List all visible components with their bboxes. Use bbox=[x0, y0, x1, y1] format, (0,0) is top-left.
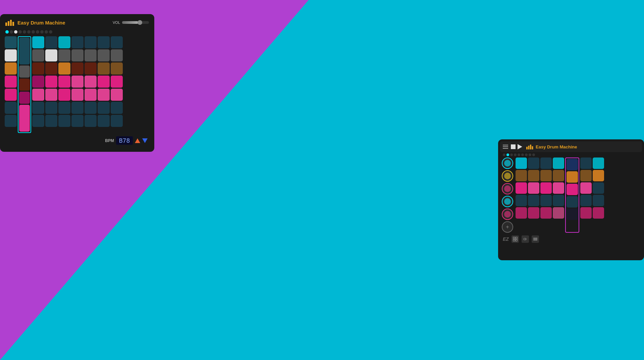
dm2-add-button[interactable]: + bbox=[502, 221, 513, 233]
pad-3-4[interactable] bbox=[45, 89, 57, 101]
dm2-pad-3-2[interactable] bbox=[553, 182, 564, 194]
dm2-pad-2-1[interactable] bbox=[540, 170, 552, 181]
dm2-loop-button[interactable] bbox=[502, 209, 513, 220]
dm2-menu-button[interactable] bbox=[503, 145, 508, 149]
dm2-pad-1-1[interactable] bbox=[528, 170, 539, 181]
dm2-pad-3-1[interactable] bbox=[553, 170, 564, 181]
dm2-pad-4-3[interactable] bbox=[567, 196, 578, 208]
dm2-pad-5-3[interactable] bbox=[580, 195, 592, 206]
dm2-pad-button[interactable] bbox=[502, 196, 513, 207]
dm2-layout-icon[interactable] bbox=[512, 235, 519, 243]
pad-1-2[interactable] bbox=[19, 79, 30, 91]
pad-5-6[interactable] bbox=[71, 115, 84, 127]
dm2-pad-5-0[interactable] bbox=[580, 158, 592, 169]
dm1-bpm-down-button[interactable] bbox=[142, 138, 148, 143]
dm2-pad-6-0[interactable] bbox=[593, 158, 604, 169]
dm2-pad-2-0[interactable] bbox=[540, 158, 552, 169]
dm2-pad-5-4[interactable] bbox=[580, 207, 592, 219]
pad-8-5[interactable] bbox=[111, 102, 123, 114]
pad-7-3[interactable] bbox=[98, 76, 110, 88]
pad-6-2[interactable] bbox=[85, 62, 97, 75]
pad-2-5[interactable] bbox=[32, 102, 44, 114]
dm2-pad-2-3[interactable] bbox=[540, 195, 552, 206]
dm2-pad-0-3[interactable] bbox=[516, 195, 527, 206]
pad-4-0[interactable] bbox=[58, 36, 70, 48]
pad-2-1[interactable] bbox=[32, 49, 44, 61]
dm2-pad-0-4[interactable] bbox=[516, 207, 527, 219]
pad-2-2[interactable] bbox=[32, 62, 44, 75]
pad-7-4[interactable] bbox=[98, 89, 110, 101]
pad-4-2[interactable] bbox=[58, 62, 70, 75]
pad-0-1[interactable] bbox=[5, 49, 17, 61]
pad-2-0[interactable] bbox=[32, 36, 44, 48]
pad-5-2[interactable] bbox=[71, 62, 84, 75]
pad-5-1[interactable] bbox=[71, 49, 84, 61]
pad-7-0[interactable] bbox=[98, 36, 110, 48]
dm2-pad-4-2[interactable] bbox=[567, 184, 578, 195]
pad-6-1[interactable] bbox=[85, 49, 97, 61]
pad-3-6[interactable] bbox=[45, 115, 57, 127]
pad-4-1[interactable] bbox=[58, 49, 70, 61]
pad-4-5[interactable] bbox=[58, 102, 70, 114]
pad-8-6[interactable] bbox=[111, 115, 123, 127]
pad-6-6[interactable] bbox=[85, 115, 97, 127]
pad-5-0[interactable] bbox=[71, 36, 84, 48]
pad-8-1[interactable] bbox=[111, 49, 123, 61]
pad-0-0[interactable] bbox=[5, 36, 17, 48]
pad-3-5[interactable] bbox=[45, 102, 57, 114]
dm2-play-button[interactable] bbox=[518, 144, 522, 149]
pad-1-3[interactable] bbox=[19, 92, 30, 104]
pad-4-6[interactable] bbox=[58, 115, 70, 127]
pad-4-3[interactable] bbox=[58, 76, 70, 88]
dm2-stop-button[interactable] bbox=[511, 144, 516, 149]
dm2-pad-2-2[interactable] bbox=[540, 182, 552, 194]
pad-8-4[interactable] bbox=[111, 89, 123, 101]
pad-7-6[interactable] bbox=[98, 115, 110, 127]
pad-0-6[interactable] bbox=[5, 115, 17, 127]
dm1-bpm-display[interactable]: B78 bbox=[116, 136, 133, 145]
pad-1-4-tall[interactable] bbox=[19, 105, 30, 132]
dm2-drum-button[interactable] bbox=[502, 170, 513, 182]
dm2-pad-0-2[interactable] bbox=[516, 182, 527, 194]
pad-7-1[interactable] bbox=[98, 49, 110, 61]
pad-0-4[interactable] bbox=[5, 89, 17, 101]
dm2-pad-5-1[interactable] bbox=[580, 170, 592, 181]
pad-0-5[interactable] bbox=[5, 102, 17, 114]
pad-6-5[interactable] bbox=[85, 102, 97, 114]
dm2-pad-1-4[interactable] bbox=[528, 207, 539, 219]
dm2-pad-6-3[interactable] bbox=[593, 195, 604, 206]
dm1-bpm-up-button[interactable] bbox=[135, 138, 140, 143]
dm2-settings-icon[interactable] bbox=[532, 235, 539, 243]
dm2-pad-0-0[interactable] bbox=[516, 158, 527, 169]
pad-7-5[interactable] bbox=[98, 102, 110, 114]
pad-1-1[interactable] bbox=[19, 65, 30, 78]
pad-4-4[interactable] bbox=[58, 89, 70, 101]
pad-6-4[interactable] bbox=[85, 89, 97, 101]
pad-5-5[interactable] bbox=[71, 102, 84, 114]
dm1-volume-slider[interactable] bbox=[122, 21, 149, 24]
dm2-pad-5-2[interactable] bbox=[580, 182, 592, 194]
dm2-pad-6-4[interactable] bbox=[593, 207, 604, 219]
pad-8-2[interactable] bbox=[111, 62, 123, 75]
pad-2-4[interactable] bbox=[32, 89, 44, 101]
dm2-pad-4-4[interactable] bbox=[567, 209, 578, 220]
pad-3-3[interactable] bbox=[45, 76, 57, 88]
pad-3-0[interactable] bbox=[45, 36, 57, 48]
dm2-pad-0-1[interactable] bbox=[516, 170, 527, 181]
dm2-pad-1-0[interactable] bbox=[528, 158, 539, 169]
dm2-link-icon[interactable] bbox=[522, 235, 529, 243]
dm2-pad-3-4[interactable] bbox=[553, 207, 564, 219]
pad-3-2[interactable] bbox=[45, 62, 57, 75]
pad-6-0[interactable] bbox=[85, 36, 97, 48]
pad-3-1[interactable] bbox=[45, 49, 57, 61]
dm2-pad-4-1[interactable] bbox=[567, 171, 578, 183]
dm2-snap-button[interactable] bbox=[502, 183, 513, 194]
dm2-pad-3-3[interactable] bbox=[553, 195, 564, 206]
pad-6-3[interactable] bbox=[85, 76, 97, 88]
pad-7-2[interactable] bbox=[98, 62, 110, 75]
pad-0-3[interactable] bbox=[5, 76, 17, 88]
pad-8-0[interactable] bbox=[111, 36, 123, 48]
pad-2-6[interactable] bbox=[32, 115, 44, 127]
dm2-pad-2-4[interactable] bbox=[540, 207, 552, 219]
dm2-pad-4-0[interactable] bbox=[567, 159, 578, 170]
